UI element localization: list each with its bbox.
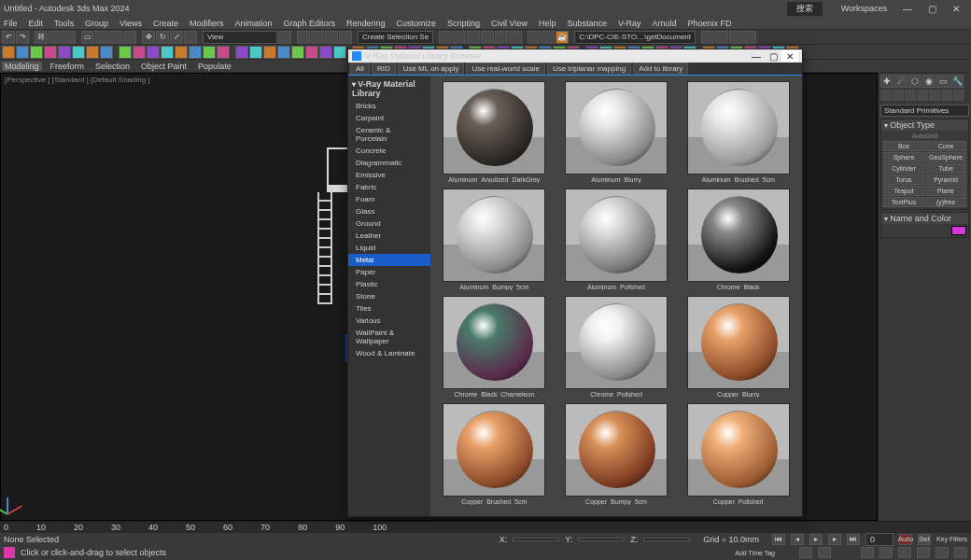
menu-civilview[interactable]: Civil View (489, 19, 529, 28)
spacewarps-icon[interactable] (941, 90, 952, 101)
key-filters[interactable]: Key Filters (936, 536, 967, 542)
menu-substance[interactable]: Substance (565, 19, 609, 28)
material-aluminum_bumpy_5cm[interactable]: Aluminum_Bumpy_5cm (436, 189, 553, 290)
category-stone[interactable]: Stone (348, 290, 430, 302)
ribbon-tab-modeling[interactable]: Modeling (2, 62, 42, 71)
menu-views[interactable]: Views (118, 19, 144, 28)
plugin-btn-7[interactable] (100, 46, 113, 59)
plugin-btn-12[interactable] (175, 46, 188, 59)
goto-start-button[interactable]: ⏮ (772, 534, 785, 545)
zoom-extents-button[interactable] (898, 547, 911, 558)
geometry-icon[interactable] (880, 90, 892, 101)
plugin-btn-8[interactable] (119, 46, 132, 59)
menu-file[interactable]: File (2, 19, 20, 28)
curve-editor-button[interactable] (481, 31, 494, 44)
workspaces-drop[interactable]: Workspaces (841, 4, 887, 13)
plugin-btn-17[interactable] (249, 46, 262, 59)
minimize-button[interactable]: — (896, 2, 919, 15)
category-metal[interactable]: Metal (348, 254, 430, 266)
spinner-snap-toggle[interactable] (339, 31, 352, 44)
dialog-minimize[interactable]: — (748, 50, 765, 62)
snap-toggle[interactable] (297, 31, 310, 44)
plugin-btn-13[interactable] (189, 46, 202, 59)
category-concrete[interactable]: Concrete (348, 145, 430, 157)
plugin-btn-18[interactable] (263, 46, 276, 59)
category-foam[interactable]: Foam (348, 193, 430, 205)
category-woodlaminate[interactable]: Wood & Laminate (348, 347, 430, 359)
filter-add-to-library[interactable]: Add to library (633, 63, 688, 75)
maximize-viewport-button[interactable] (954, 547, 967, 558)
filter-use-triplanar-mapping[interactable]: Use triplanar mapping (547, 63, 631, 75)
dialog-titlebar[interactable]: V-Ray Material Library Browser — ▢ ✕ (348, 49, 802, 63)
material-aluminum_anodized_darkgrey[interactable]: Aluminum_Anodized_DarkGrey (436, 81, 553, 183)
angle-snap-toggle[interactable] (311, 31, 324, 44)
plugin-btn-4[interactable] (58, 46, 71, 59)
align-button[interactable] (453, 31, 466, 44)
move-button[interactable]: ✥ (142, 31, 155, 44)
create-sphere[interactable]: Sphere (883, 152, 924, 162)
material-chrome_polished[interactable]: Chrome_Polished (558, 296, 675, 398)
pan-button[interactable] (861, 547, 874, 558)
menu-rendering[interactable]: Rendering (345, 19, 387, 28)
material-copper_blurry[interactable]: Copper_Blurry (680, 296, 796, 398)
filter-use-ml-on-apply[interactable]: Use ML on apply (398, 63, 465, 75)
create-tab[interactable]: ✚ (880, 75, 894, 88)
isolate-toggle[interactable] (799, 547, 812, 558)
search-box[interactable]: 搜索 (787, 2, 823, 16)
goto-end-button[interactable]: ⏭ (847, 534, 860, 545)
select-region-button[interactable] (109, 31, 122, 44)
project-path-drop[interactable]: C:\DPC-CIE-STO…\getDocument (574, 31, 696, 44)
selection-lock[interactable] (818, 547, 831, 558)
category-bricks[interactable]: Bricks (348, 100, 430, 112)
menu-arnold[interactable]: Arnold (650, 19, 678, 28)
plugin-btn-1[interactable] (16, 46, 29, 59)
object-type-rollout[interactable]: ▾ Object Type (881, 119, 968, 131)
add-time-tag[interactable]: Add Time Tag (735, 550, 775, 556)
object-color-swatch[interactable] (951, 226, 966, 235)
z-field[interactable] (643, 538, 690, 541)
material-copper_polished[interactable]: Copper_Polished (680, 403, 796, 505)
setkey-button[interactable]: Set (918, 534, 931, 545)
layer-button[interactable] (467, 31, 480, 44)
create-pyramid[interactable]: Pyramid (925, 175, 966, 185)
plugin-btn-11[interactable] (161, 46, 174, 59)
systems-icon[interactable] (953, 90, 964, 101)
y-field[interactable] (578, 538, 625, 541)
render-button[interactable]: ☕ (556, 31, 569, 44)
create-textplus[interactable]: TextPlus (883, 197, 924, 207)
viewport-label[interactable]: [Perspective ] [Standard ] [Default Shad… (5, 76, 150, 84)
timeline[interactable]: 0102030405060708090100 (0, 521, 971, 532)
menu-scripting[interactable]: Scripting (445, 19, 482, 28)
unlink-button[interactable] (49, 31, 62, 44)
render-setup-button[interactable] (528, 31, 541, 44)
bind-button[interactable] (63, 31, 76, 44)
orbit-button[interactable] (936, 547, 949, 558)
category-liquid[interactable]: Liquid (348, 242, 430, 254)
fov-button[interactable] (917, 547, 930, 558)
plugin-btn-21[interactable] (305, 46, 318, 59)
plugin-btn-15[interactable] (217, 46, 230, 59)
hierarchy-tab[interactable]: ⬡ (908, 75, 922, 88)
plugin-btn-2[interactable] (30, 46, 43, 59)
filter-rid[interactable]: RID (372, 63, 396, 75)
shapes-icon[interactable] (893, 90, 904, 101)
menu-modifiers[interactable]: Modifiers (188, 19, 226, 28)
helpers-icon[interactable] (929, 90, 940, 101)
category-plastic[interactable]: Plastic (348, 278, 430, 290)
x-field[interactable] (513, 538, 559, 541)
motion-tab[interactable]: ◉ (922, 75, 936, 88)
ribbon-tab-populate[interactable]: Populate (195, 62, 234, 71)
material-aluminum_blurry[interactable]: Aluminum_Blurry (558, 81, 675, 183)
cameras-icon[interactable] (917, 90, 928, 101)
link-button[interactable]: ⛓ (35, 31, 48, 44)
create-torus[interactable]: Torus (883, 175, 924, 185)
material-chrome_black_chameleon[interactable]: Chrome_Black_Chameleon (436, 296, 553, 398)
create-cylinder[interactable]: Cylinder (883, 163, 924, 174)
menu-customize[interactable]: Customize (395, 19, 439, 28)
category-diagrammatic[interactable]: Diagrammatic (348, 157, 430, 169)
category-ground[interactable]: Ground (348, 217, 430, 230)
plugin-btn-9[interactable] (133, 46, 146, 59)
zoom-button[interactable] (880, 547, 893, 558)
plugin-btn-0[interactable] (2, 46, 15, 59)
menu-animation[interactable]: Animation (232, 19, 274, 28)
